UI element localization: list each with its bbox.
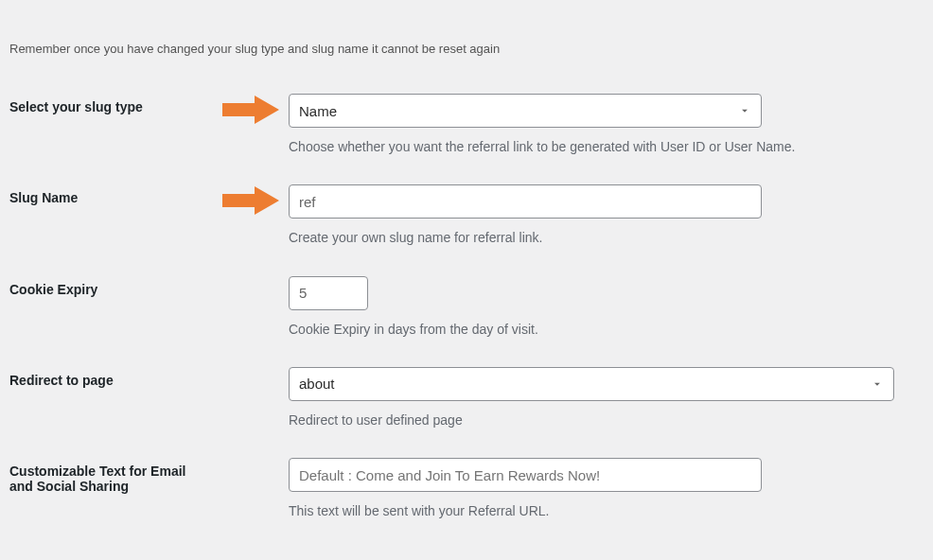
cookie-expiry-description: Cookie Expiry in days from the day of vi… bbox=[289, 320, 914, 339]
svg-marker-0 bbox=[222, 96, 279, 124]
slug-name-input[interactable] bbox=[289, 184, 762, 219]
arrow-right-icon bbox=[222, 96, 279, 124]
slug-name-description: Create your own slug name for referral l… bbox=[289, 228, 914, 247]
arrow-right-icon bbox=[222, 186, 279, 215]
redirect-description: Redirect to user defined page bbox=[289, 411, 914, 429]
redirect-label: Redirect to page bbox=[9, 356, 222, 446]
redirect-select[interactable]: about bbox=[289, 367, 894, 401]
cookie-expiry-label: Cookie Expiry bbox=[9, 265, 222, 356]
custom-text-input[interactable] bbox=[289, 458, 762, 492]
settings-form: Select your slug type Name Choose whethe… bbox=[9, 82, 924, 537]
cookie-expiry-input[interactable] bbox=[289, 276, 368, 310]
notice-text: Remember once you have changed your slug… bbox=[9, 42, 924, 56]
custom-text-description: This text will be sent with your Referra… bbox=[289, 501, 914, 520]
custom-text-label: Customizable Text for Email and Social S… bbox=[9, 446, 222, 537]
slug-type-label: Select your slug type bbox=[9, 82, 222, 173]
slug-name-label: Slug Name bbox=[9, 173, 222, 264]
svg-marker-1 bbox=[222, 186, 279, 215]
slug-type-select[interactable]: Name bbox=[289, 94, 762, 128]
slug-type-description: Choose whether you want the referral lin… bbox=[289, 137, 914, 156]
